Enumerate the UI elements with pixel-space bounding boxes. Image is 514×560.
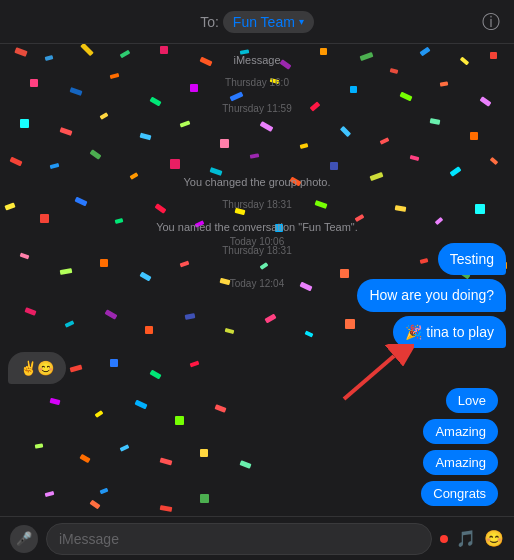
tapback-row-4: Congrats [8,481,506,506]
confetti-piece [60,127,73,136]
message-row-testing: Testing [8,243,506,275]
message-row-how: How are you doing? [8,279,506,311]
confetti-piece [470,132,478,140]
to-label: To: [200,14,219,30]
confetti-piece [250,153,260,159]
tapback-row-3: Amazing [8,450,506,475]
confetti-piece [410,155,420,161]
messages-area: Testing How are you doing? 🎉 tina to pla… [0,235,514,516]
tapback-amazing1: Amazing [423,419,498,444]
confetti-piece [140,133,152,141]
audio-icon[interactable]: 🎵 [456,529,476,548]
record-dot [440,535,448,543]
chevron-down-icon: ▾ [299,16,304,27]
message-bubble-received: ✌️😊 [8,352,66,384]
tapback-row-2: Amazing [8,419,506,444]
confetti-piece [430,118,441,125]
emoji-icon[interactable]: 😊 [484,529,504,548]
confetti-piece [330,162,338,170]
recipient-chip[interactable]: Fun Team ▾ [223,11,314,33]
confetti-piece [380,137,390,144]
system-msg-photo: You changed the group photo. [183,175,330,190]
confetti-piece [220,139,229,148]
system-msg-time2: Thursday 11:59 [222,102,292,116]
confetti-piece [90,149,102,159]
input-icons: 🎵 😊 [440,529,504,548]
tapback-amazing2: Amazing [423,450,498,475]
confetti-piece [180,120,191,127]
header: To: Fun Team ▾ ⓘ [0,0,514,44]
info-icon[interactable]: ⓘ [482,10,500,34]
system-messages-area-2: Thursday 11:59 [0,99,514,119]
message-input-wrapper[interactable]: iMessage [46,523,432,555]
confetti-piece [490,157,499,165]
tapback-love: Love [446,388,498,413]
confetti-piece [20,119,29,128]
confetti-piece [340,126,351,137]
message-row-received: ✌️😊 [8,352,506,384]
message-bubble-how: How are you doing? [357,279,506,311]
message-input-placeholder: iMessage [59,531,119,547]
message-bubble-tina: 🎉 tina to play [393,316,506,348]
confetti-piece [300,143,309,149]
confetti-piece [260,121,274,132]
system-messages-area: iMessage Thursday 16:0 [0,50,514,93]
chat-area: iMessage Thursday 16:0 Thursday 11:59 Yo… [0,44,514,516]
recipient-name: Fun Team [233,14,295,30]
confetti-piece [50,163,60,169]
system-msg-imessage: iMessage [233,53,280,68]
mic-button[interactable]: 🎤 [10,525,38,553]
input-bar: 🎤 iMessage 🎵 😊 [0,516,514,560]
tapback-row: Love [8,388,506,413]
message-row-tina: 🎉 tina to play [8,316,506,348]
system-msg-time1: Thursday 16:0 [225,76,289,90]
tapback-congrats: Congrats [421,481,498,506]
confetti-piece [170,159,180,169]
message-bubble-testing: Testing [438,243,506,275]
mic-icon: 🎤 [16,531,32,546]
system-msg-time3: Thursday 18:31 [222,198,292,212]
confetti-piece [10,157,23,167]
